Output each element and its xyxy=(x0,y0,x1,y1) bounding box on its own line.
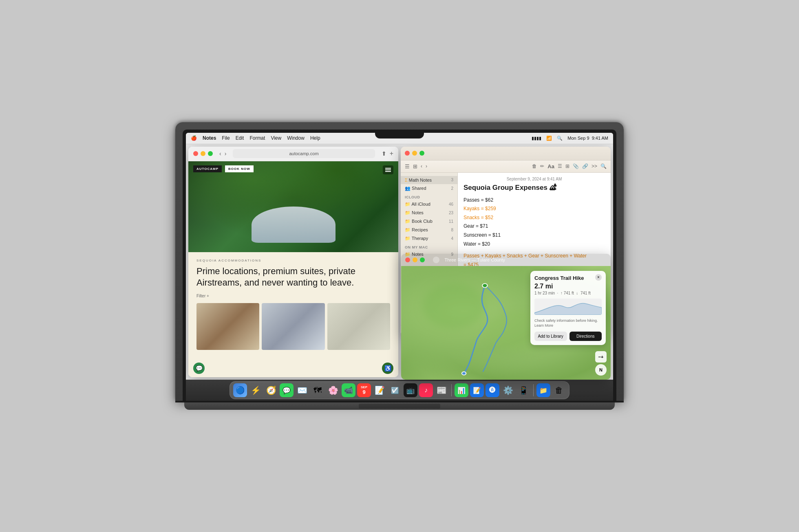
notes-item-math-notes[interactable]: Σ Math Notes 3 xyxy=(401,176,457,184)
directions-button[interactable]: Directions xyxy=(569,332,602,341)
datetime: Mon Sep 9 9:41 AM xyxy=(567,136,608,141)
app-name[interactable]: Notes xyxy=(203,135,216,141)
share-icon[interactable]: ⬆ xyxy=(382,150,386,157)
apple-menu[interactable]: 🍎 xyxy=(191,135,197,141)
iphone-mirroring-icon[interactable]: 📱 xyxy=(516,383,530,397)
all-icloud-count: 46 xyxy=(449,202,453,207)
nav-back[interactable]: ‹ xyxy=(219,150,221,157)
nav-forward[interactable]: › xyxy=(225,150,227,157)
add-tab-icon[interactable]: + xyxy=(390,150,393,157)
book-now-badge[interactable]: BOOK NOW xyxy=(225,165,254,172)
dock-area: 🔵 ⚡ 🧭 💬 ✉️ 🗺 🌸 📹 SEP9 📝 ☑️ 📺 xyxy=(186,380,613,401)
autocamp-header: AUTOCAMP BOOK NOW xyxy=(188,161,398,252)
filter-row[interactable]: Filter + xyxy=(196,294,390,298)
filter-text[interactable]: Filter + xyxy=(196,294,209,298)
more-icon[interactable]: >> xyxy=(592,163,597,169)
notes-item-notes[interactable]: 📁 Notes 23 xyxy=(401,209,457,217)
menu-view[interactable]: View xyxy=(271,135,281,141)
notes-traffic-lights xyxy=(405,151,424,156)
maps-location: Three Rivers — Tulare County xyxy=(444,257,505,262)
folder-icon-bookclub: 📁 xyxy=(405,219,412,224)
settings-dock-icon[interactable]: ⚙️ xyxy=(501,383,515,397)
maps-content[interactable]: × Congress Trail Hike 2.7 mi 1 hr 23 min… xyxy=(401,266,611,380)
autocamp-body: SEQUOIA ACCOMMODATIONS Prime locations, … xyxy=(188,252,398,378)
finder-icon[interactable]: 🔵 xyxy=(233,383,247,397)
toolbar-back-icon[interactable]: ‹ xyxy=(421,163,422,169)
messages-dock-icon[interactable]: 💬 xyxy=(280,383,294,397)
macbook: 🍎 Notes File Edit Format View Window Hel… xyxy=(175,122,624,410)
numbers-dock-icon[interactable]: 📊 xyxy=(455,383,468,397)
grid-view-icon[interactable]: ⊞ xyxy=(413,163,417,169)
checklist-icon[interactable]: ☰ xyxy=(558,163,562,169)
photos-dock-icon[interactable]: 🌸 xyxy=(326,383,340,397)
text-size-icon[interactable]: Aa xyxy=(547,163,554,169)
notes-minimize-button[interactable] xyxy=(412,151,417,156)
notes-fullscreen-button[interactable] xyxy=(419,151,424,156)
search-icon[interactable]: 🔍 xyxy=(557,136,563,141)
hike-card-close[interactable]: × xyxy=(595,274,602,281)
table-icon[interactable]: ⊞ xyxy=(565,163,569,169)
maps-dock-icon[interactable]: 🗺 xyxy=(311,383,324,397)
sidebar-toggle-icon[interactable]: ☰ xyxy=(405,163,410,169)
reminders-dock-icon[interactable]: ☑️ xyxy=(388,383,402,397)
menu-window[interactable]: Window xyxy=(287,135,305,141)
notes-close-button[interactable] xyxy=(405,151,410,156)
trash-icon[interactable]: 🗑 xyxy=(532,163,537,169)
notes-item-all-icloud[interactable]: 📁 All iCloud 46 xyxy=(401,200,457,209)
share-note-icon[interactable]: 🔗 xyxy=(582,163,588,169)
notes-search-icon[interactable]: 🔍 xyxy=(600,163,607,169)
menu-file[interactable]: File xyxy=(222,135,230,141)
mail-dock-icon[interactable]: ✉️ xyxy=(295,383,309,397)
screen-bezel: 🍎 Notes File Edit Format View Window Hel… xyxy=(183,130,616,401)
folder-icon-therapy: 📁 xyxy=(405,236,412,241)
notes-dock-icon[interactable]: 📝 xyxy=(373,383,386,397)
svg-point-0 xyxy=(483,284,488,288)
launchpad-icon[interactable]: ⚡ xyxy=(249,383,263,397)
edit-icon[interactable]: ✏ xyxy=(540,163,544,169)
music-dock-icon[interactable]: ♪ xyxy=(419,383,433,397)
dock-divider-2 xyxy=(533,384,534,396)
menu-help[interactable]: Help xyxy=(310,135,320,141)
notes-label: Notes xyxy=(412,210,424,215)
appstore-dock-icon[interactable]: 🅐 xyxy=(486,383,499,397)
menu-format[interactable]: Format xyxy=(249,135,265,141)
battery-icon: ▮▮▮▮ xyxy=(532,136,541,141)
files-dock-icon[interactable]: 📁 xyxy=(536,383,550,397)
pages-dock-icon[interactable]: 📝 xyxy=(470,383,484,397)
note-title: Sequoia Group Expenses 🏕 xyxy=(464,184,605,192)
toolbar-forward-icon[interactable]: › xyxy=(426,163,427,169)
maps-fullscreen-button[interactable] xyxy=(420,257,425,262)
news-dock-icon[interactable]: 📰 xyxy=(435,383,448,397)
expense-snacks: Snacks = $52 xyxy=(464,213,605,222)
close-button[interactable] xyxy=(193,151,198,156)
notes-item-bookclub[interactable]: 📁 Book Club 11 xyxy=(401,217,457,226)
safari-dock-icon[interactable]: 🧭 xyxy=(264,383,278,397)
minimize-button[interactable] xyxy=(201,151,205,156)
compass-icon[interactable]: N xyxy=(595,364,607,376)
notes-item-recipes[interactable]: 📁 Recipes 8 xyxy=(401,226,457,234)
fullscreen-button[interactable] xyxy=(208,151,213,156)
trash-dock-icon[interactable]: 🗑 xyxy=(552,383,566,397)
photo-thumb-3 xyxy=(327,303,390,350)
menu-edit[interactable]: Edit xyxy=(236,135,244,141)
calendar-dock-icon[interactable]: SEP9 xyxy=(357,383,371,397)
facetime-dock-icon[interactable]: 📹 xyxy=(342,383,355,397)
attachment-icon[interactable]: 📎 xyxy=(573,163,579,169)
menu-icon[interactable] xyxy=(383,165,393,174)
notes-item-shared[interactable]: 👥 Shared 2 xyxy=(401,184,457,193)
add-to-library-button[interactable]: Add to Library xyxy=(534,332,567,341)
maps-minimize-button[interactable] xyxy=(413,257,417,262)
photo-thumb-1 xyxy=(196,303,259,350)
notes-item-therapy[interactable]: 📁 Therapy 4 xyxy=(401,234,457,243)
bookclub-label: Book Club xyxy=(412,219,433,224)
maps-traffic-lights xyxy=(405,257,425,262)
all-icloud-label: All iCloud xyxy=(411,202,430,207)
url-text: autocamp.com xyxy=(289,151,318,156)
autocamp-logo: AUTOCAMP xyxy=(193,165,222,172)
url-bar[interactable]: autocamp.com xyxy=(233,149,375,158)
folder-icon-notes: 📁 xyxy=(405,210,412,215)
maps-close-button[interactable] xyxy=(405,257,410,262)
tv-dock-icon[interactable]: 📺 xyxy=(404,383,417,397)
zoom-controls[interactable]: −+ xyxy=(595,351,607,363)
hamburger-line xyxy=(385,168,391,169)
